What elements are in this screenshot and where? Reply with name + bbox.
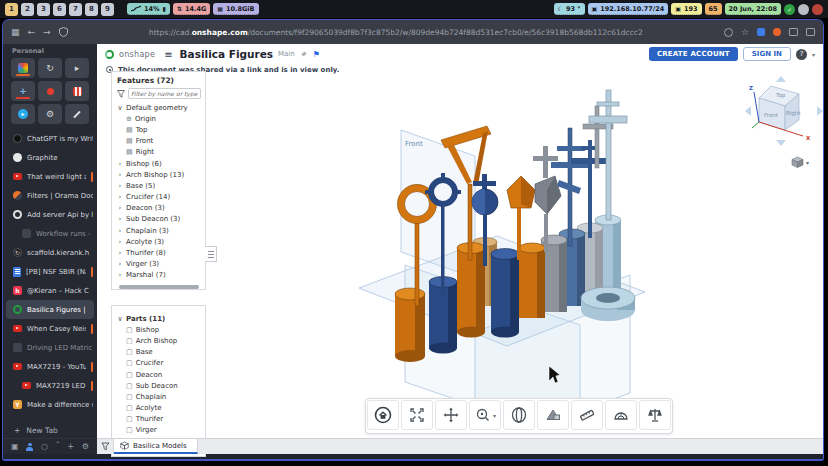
extension-blue-icon[interactable] — [757, 28, 765, 36]
tree-folder[interactable]: ›Crucifer (14) — [117, 192, 201, 203]
measure-angle-button[interactable] — [605, 400, 637, 430]
part-item[interactable]: ▢Deacon — [117, 369, 201, 380]
sidebar-tab[interactable]: Filters | Orama Doc — [3, 186, 97, 205]
tree-folder[interactable]: ›Acolyte (3) — [117, 236, 201, 247]
tray-icon[interactable] — [798, 4, 809, 15]
pinned-tab-grid[interactable] — [65, 81, 89, 101]
menu-hamburger-icon[interactable]: ≡ — [164, 49, 172, 60]
profile-icon[interactable] — [26, 443, 33, 451]
pinned-tab-settings[interactable]: ⚙ — [38, 104, 62, 124]
container-icon[interactable]: ▣ — [11, 442, 19, 451]
sidebar-tab[interactable]: ChatGPT is my Writi — [3, 129, 97, 148]
tree-node-plane[interactable]: ▤Front — [117, 136, 201, 147]
sidebar-tab[interactable]: Driving LED Matric — [3, 338, 97, 357]
workspace-button[interactable]: 3 — [37, 3, 50, 16]
part-item[interactable]: ▢Arch Bishop — [117, 335, 201, 346]
sign-in-button[interactable]: SIGN IN — [743, 47, 791, 61]
part-item[interactable]: ▢Acolyte — [117, 403, 201, 414]
share-link-icon[interactable] — [300, 50, 308, 58]
view-cube[interactable]: Top Front Right Z X — [743, 74, 824, 150]
workspace-button[interactable]: 1 — [5, 3, 18, 16]
tree-folder[interactable]: ›Arch Bishop (13) — [117, 169, 201, 180]
tree-node-origin[interactable]: ⊕Origin — [117, 113, 201, 124]
sidebar-tab[interactable]: Workflow runs - — [3, 224, 97, 243]
tree-folder[interactable]: ›Thurifer (8) — [117, 247, 201, 258]
fit-view-button[interactable] — [367, 400, 399, 430]
sidebar-tab[interactable]: MAX7219 LED mu — [3, 376, 97, 395]
display-style-button[interactable] — [537, 400, 569, 430]
branch-label[interactable]: Main — [278, 50, 295, 58]
tree-folder[interactable]: ›Deacon (3) — [117, 203, 201, 214]
pinned-tab-new[interactable]: + — [11, 81, 35, 101]
part-item[interactable]: ▢Chaplain — [117, 391, 201, 402]
workspace-button[interactable]: 2 — [21, 3, 34, 16]
sidebar-tab[interactable]: That weird light at t — [3, 167, 97, 186]
new-tab-button[interactable]: +New Tab — [3, 422, 97, 438]
tree-folder[interactable]: ›Bishop (6) — [117, 158, 201, 169]
sidebar-tab[interactable]: @Kieran – Hack C — [3, 281, 97, 300]
panel-flyout-handle[interactable] — [205, 246, 217, 262]
tree-folder[interactable]: ›Virger (3) — [117, 259, 201, 270]
cube-arrow-left[interactable] — [745, 106, 751, 116]
tree-node-default-geometry[interactable]: ∨Default geometry — [117, 102, 201, 113]
parts-header-row[interactable]: ∨Parts (11) — [117, 313, 201, 324]
sidebar-tab[interactable]: Graphite — [3, 148, 97, 167]
pinned-tab-record[interactable] — [38, 81, 62, 101]
pinned-tab-send[interactable]: ▸ — [65, 58, 89, 78]
part-item[interactable]: ▢Virger — [117, 425, 201, 436]
measure-length-button[interactable] — [571, 400, 603, 430]
workspace-button[interactable]: 9 — [101, 3, 114, 16]
settings-gear-icon[interactable]: ⚙ — [82, 442, 89, 451]
window-icon[interactable] — [789, 28, 798, 36]
tree-node-plane[interactable]: ▤Top — [117, 124, 201, 135]
zoom-button[interactable]: ▾ — [469, 400, 501, 430]
pan-button[interactable] — [435, 400, 467, 430]
add-icon[interactable]: + — [67, 442, 74, 451]
forward-button[interactable]: → — [43, 28, 51, 37]
cube-arrow-down[interactable] — [776, 140, 786, 146]
url-bar[interactable]: https://cad.onshape.com/documents/f9f290… — [76, 28, 716, 37]
follow-flag-icon[interactable]: ⚑ — [313, 50, 320, 59]
part-item[interactable]: ▢Bishop — [117, 324, 201, 335]
tree-folder[interactable]: ›Chaplain (3) — [117, 225, 201, 236]
view-options-button[interactable]: ▾ — [791, 156, 809, 168]
cube-arrow-up[interactable] — [776, 76, 786, 82]
tree-node-plane[interactable]: ▤Right — [117, 147, 201, 158]
sidebar-tab[interactable]: [PB] NSF SBIR (Na — [3, 262, 97, 281]
help-button[interactable]: ? — [796, 49, 807, 60]
tab-search-button[interactable] — [97, 439, 114, 454]
tree-folder[interactable]: ›Sub Deacon (3) — [117, 214, 201, 225]
cube-arrow-right[interactable] — [817, 106, 823, 116]
pinned-tab-refresh[interactable]: ↻ — [38, 58, 62, 78]
tree-folder[interactable]: ›Marshal (7) — [117, 270, 201, 281]
workspace-button[interactable]: 7 — [69, 3, 82, 16]
extensions-icon[interactable]: ▦ — [11, 28, 20, 37]
sidebar-tab[interactable]: Add server Api by lo — [3, 205, 97, 224]
part-item[interactable]: ▢Crucifer — [117, 358, 201, 369]
tree-folder[interactable]: ›Base (5) — [117, 180, 201, 191]
sidebar-tab-active[interactable]: Basilica Figures | — [6, 300, 94, 319]
horizontal-scrollbar[interactable] — [119, 285, 199, 289]
rotate-button[interactable] — [503, 400, 535, 430]
chevron-down-icon[interactable]: ▾ — [812, 51, 815, 58]
sidebar-tab[interactable]: scaffold.kierank.h — [3, 243, 97, 262]
collapse-icon[interactable]: ˆ — [56, 442, 60, 451]
pinned-tab-google[interactable] — [11, 58, 35, 78]
viewport-3d-scene[interactable]: Front — [345, 70, 665, 410]
part-item[interactable]: ▢Base — [117, 347, 201, 358]
part-item[interactable]: ▢Thurifer — [117, 414, 201, 425]
sidebar-tab[interactable]: MAX7219 - YouTube — [3, 357, 97, 376]
workspace-button[interactable]: 8 — [85, 3, 98, 16]
zoom-to-fit-button[interactable] — [401, 400, 433, 430]
tab-basilica-models[interactable]: Basilica Models — [114, 439, 198, 454]
status-ok-icon[interactable]: ✓ — [784, 4, 795, 15]
pinned-tab-write[interactable] — [65, 104, 89, 124]
pinned-tab-telegram[interactable]: ▸ — [11, 104, 35, 124]
sidebar-tab[interactable]: When Casey Neistat — [3, 319, 97, 338]
filter-input[interactable] — [128, 88, 201, 99]
sidebar-tab[interactable]: Make a difference w — [3, 395, 97, 414]
reader-mode-icon[interactable] — [724, 28, 733, 37]
circle-icon[interactable]: ○ — [41, 442, 48, 451]
tray-icon[interactable] — [812, 4, 823, 15]
workspace-button[interactable]: 6 — [53, 3, 66, 16]
